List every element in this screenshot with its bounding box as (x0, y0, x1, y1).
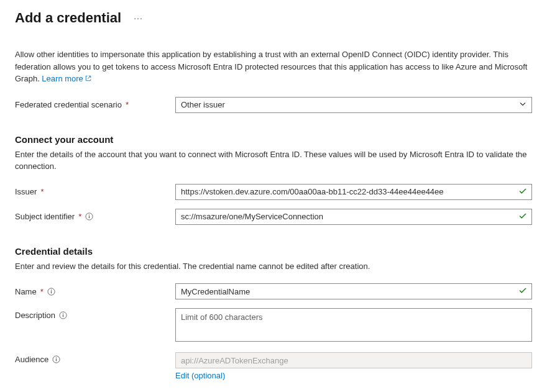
page-title: Add a credential (15, 10, 121, 26)
required-indicator: * (126, 100, 129, 109)
info-icon[interactable] (52, 355, 60, 363)
name-label: Name (15, 287, 37, 296)
details-section-title: Credential details (15, 246, 532, 257)
svg-point-10 (56, 357, 57, 358)
svg-point-1 (89, 214, 90, 215)
connect-section-title: Connect your account (15, 134, 532, 145)
info-icon[interactable] (47, 288, 55, 296)
subject-label: Subject identifier (15, 212, 75, 221)
svg-point-7 (63, 313, 63, 314)
info-icon[interactable] (85, 212, 93, 221)
scenario-label: Federated credential scenario (15, 100, 122, 109)
svg-rect-2 (89, 216, 90, 219)
learn-more-label: Learn more (42, 74, 83, 83)
description-label: Description (15, 311, 55, 320)
more-actions-button[interactable]: ··· (131, 12, 145, 24)
scenario-selected-value: Other issuer (181, 100, 225, 109)
check-icon (518, 211, 527, 222)
audience-value: api://AzureADTokenExchange (181, 356, 288, 365)
svg-point-4 (51, 289, 52, 290)
name-input[interactable] (175, 283, 532, 299)
svg-rect-11 (56, 359, 57, 362)
external-link-icon (85, 73, 92, 86)
intro-text: Allow other identities to impersonate th… (15, 48, 532, 86)
edit-audience-link[interactable]: Edit (optional) (175, 371, 225, 380)
required-indicator: * (40, 187, 44, 196)
details-section-desc: Enter and review the details for this cr… (15, 260, 532, 273)
connect-section-desc: Enter the details of the account that yo… (15, 148, 532, 173)
chevron-down-icon (519, 100, 526, 109)
required-indicator: * (40, 287, 44, 296)
audience-input: api://AzureADTokenExchange (175, 352, 532, 368)
svg-rect-8 (63, 315, 63, 317)
issuer-input[interactable] (175, 184, 532, 200)
subject-input[interactable] (175, 209, 532, 225)
scenario-select[interactable]: Other issuer (175, 97, 532, 113)
audience-label: Audience (15, 355, 48, 364)
description-input[interactable] (175, 308, 532, 342)
required-indicator: * (78, 212, 81, 221)
issuer-label: Issuer (15, 187, 37, 196)
check-icon (518, 186, 527, 197)
check-icon (518, 286, 527, 297)
svg-rect-5 (51, 291, 52, 293)
learn-more-link[interactable]: Learn more (42, 74, 91, 83)
info-icon[interactable] (59, 311, 67, 319)
